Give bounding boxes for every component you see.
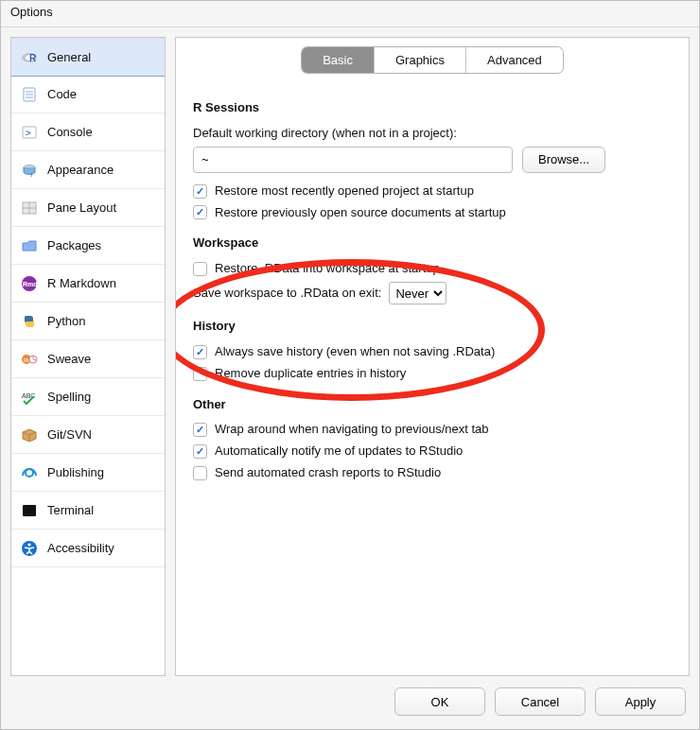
svg-point-22 [27,543,30,546]
remove-dup-history-label: Remove duplicate entries in history [215,365,406,383]
sidebar-item-label: General [47,50,91,64]
sidebar-item-label: Packages [47,238,101,252]
sidebar-item-label: Sweave [47,352,91,366]
crash-reports-checkbox[interactable] [193,466,207,480]
options-dialog: Options R General [0,0,700,730]
svg-text:Rmd: Rmd [23,281,38,287]
remove-dup-history-checkbox[interactable] [193,367,207,381]
sidebar-item-label: Accessibility [47,541,114,555]
sidebar-item-console[interactable]: > Console [11,113,165,151]
sidebar-item-git-svn[interactable]: Git/SVN [11,416,165,454]
terminal-icon [21,502,38,519]
cancel-button[interactable]: Cancel [495,687,586,716]
main-panel: Basic Graphics Advanced R Sessions Defau… [175,37,690,676]
sidebar-item-label: R Markdown [47,276,116,290]
wrap-tabs-checkbox[interactable] [193,423,207,437]
sidebar-item-terminal[interactable]: Terminal [11,492,165,530]
sidebar-item-label: Spelling [47,390,91,404]
prompt-icon: > [21,124,38,141]
restore-rdata-label: Restore .RData into workspace at startup [215,260,440,278]
restore-docs-checkbox[interactable] [193,205,207,219]
folder-icon [21,237,38,254]
svg-rect-20 [23,505,36,516]
tab-bar: Basic Graphics Advanced [176,38,689,86]
notify-updates-checkbox[interactable] [193,444,207,459]
sidebar-item-label: Console [47,125,93,139]
wrap-tabs-label: Wrap around when navigating to previous/… [215,421,489,439]
sidebar-item-appearance[interactable]: Appearance [11,151,165,189]
sidebar-item-pane-layout[interactable]: Pane Layout [11,189,165,227]
save-workspace-select[interactable]: Never [389,282,446,304]
tab-basic[interactable]: Basic [302,47,374,73]
accessibility-icon [21,540,38,557]
always-save-history-label: Always save history (even when not savin… [215,343,495,361]
restore-docs-label: Restore previously open source documents… [215,204,506,222]
sidebar-item-publishing[interactable]: Publishing [11,454,165,492]
sidebar-item-rmarkdown[interactable]: Rmd R Markdown [11,265,165,303]
crash-reports-label: Send automated crash reports to RStudio [215,464,441,482]
heading-other: Other [193,396,672,414]
heading-workspace: Workspace [193,235,672,252]
sidebar-item-label: Code [47,87,77,101]
always-save-history-checkbox[interactable] [193,345,207,359]
save-workspace-label: Save workspace to .RData on exit: [193,285,381,303]
apply-button[interactable]: Apply [595,687,686,716]
sidebar-item-label: Appearance [47,163,114,177]
default-dir-input[interactable] [193,147,513,173]
document-icon [21,86,38,103]
sidebar-item-label: Python [47,314,85,328]
sidebar-item-accessibility[interactable]: Accessibility [11,530,165,567]
sidebar-item-label: Publishing [47,465,104,479]
sweave-icon: Rnw [21,351,38,368]
settings-content: R Sessions Default working directory (wh… [176,86,689,497]
svg-text:R: R [29,53,37,63]
spellcheck-icon: ABC [21,389,38,406]
restore-project-checkbox[interactable] [193,184,207,199]
tab-graphics[interactable]: Graphics [374,47,465,73]
default-dir-label: Default working directory (when not in a… [193,125,672,143]
publish-icon [21,464,38,481]
rmd-icon: Rmd [21,275,38,292]
heading-history: History [193,318,672,336]
window-title: Options [1,1,699,27]
sidebar-item-general[interactable]: R General [10,37,166,77]
notify-updates-label: Automatically notify me of updates to RS… [215,443,463,461]
restore-project-label: Restore most recently opened project at … [215,182,474,200]
tab-advanced[interactable]: Advanced [465,47,563,73]
browse-button[interactable]: Browse... [522,147,605,173]
heading-rsessions: R Sessions [193,99,672,117]
sidebar-item-sweave[interactable]: Rnw Sweave [11,340,165,378]
paint-bucket-icon [21,162,38,179]
box-icon [21,426,38,443]
restore-rdata-checkbox[interactable] [193,262,207,276]
dialog-footer: OK Cancel Apply [1,676,699,729]
r-logo-icon: R [21,48,38,65]
sidebar-item-code[interactable]: Code [11,76,165,113]
sidebar-item-label: Terminal [47,503,94,517]
sidebar-item-python[interactable]: Python [11,303,165,340]
sidebar-item-spelling[interactable]: ABC Spelling [11,378,165,416]
panes-icon [21,200,38,217]
ok-button[interactable]: OK [394,687,485,716]
sidebar-item-label: Git/SVN [47,427,92,442]
python-icon [21,313,38,330]
svg-text:>: > [26,128,31,138]
category-sidebar: R General Code [10,37,166,676]
sidebar-item-packages[interactable]: Packages [11,227,165,265]
sidebar-item-label: Pane Layout [47,200,116,215]
